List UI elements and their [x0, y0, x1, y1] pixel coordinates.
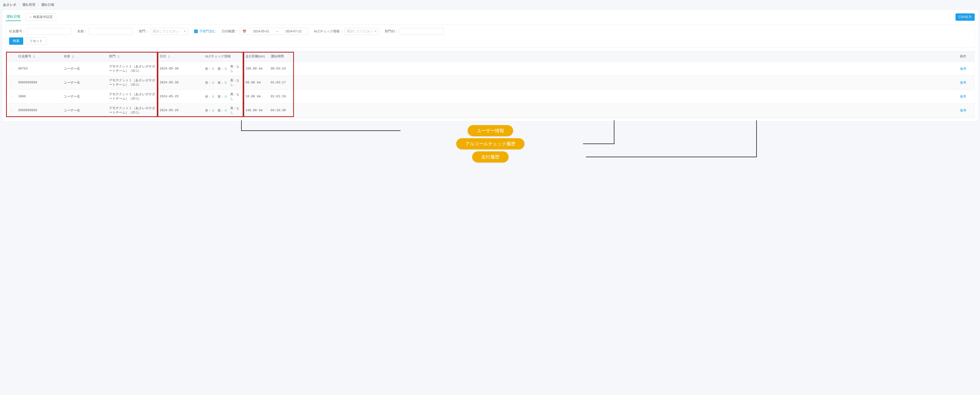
- alc-placeholder: 選択してください: [347, 29, 373, 34]
- connector-line: [241, 120, 400, 131]
- cell-dept: デモテナント１（あさレポサポートチーム）（ID:1）: [107, 62, 158, 76]
- alc-arr-label: 着：: [218, 109, 224, 113]
- cell-emp: 9999999999: [16, 76, 62, 90]
- dept-select[interactable]: 選択してください: [150, 28, 188, 35]
- date-end: 2024-07-22: [282, 30, 305, 33]
- cell-alc: 発：着：異：なし: [203, 90, 243, 104]
- date-start: 2024-05-01: [250, 30, 273, 33]
- alc-abn-label: 異：なし: [230, 78, 242, 87]
- cell-date: 2024-05-30: [158, 76, 203, 90]
- cell-emp: 98763: [16, 62, 62, 76]
- expand-row-icon[interactable]: ›: [11, 81, 12, 85]
- breadcrumb-section[interactable]: 運転管理: [22, 3, 35, 6]
- minus-icon: —: [29, 15, 32, 19]
- col-emp-label: 社員番号: [18, 54, 31, 58]
- alc-arr-label: 着：: [218, 67, 224, 71]
- remarks-link[interactable]: 備考: [960, 109, 966, 112]
- alc-select[interactable]: 選択してください: [344, 28, 379, 35]
- search-settings-button[interactable]: — 検索条件設定: [25, 13, 56, 21]
- sort-icon[interactable]: [72, 55, 74, 58]
- sub-dept-label[interactable]: 子部門含む: [199, 29, 216, 34]
- col-dept[interactable]: 部門: [107, 51, 158, 62]
- cell-name: ユーザー名: [62, 90, 107, 104]
- cell-dist: 106.00 km: [243, 62, 269, 76]
- cell-dept: デモテナント１（あさレポサポートチーム）（ID:1）: [107, 104, 158, 118]
- alc-dep-label: 発：: [205, 94, 211, 99]
- cell-alc: 発：着：異：なし: [203, 76, 243, 90]
- status-ok-icon: [212, 68, 214, 70]
- col-name-label: 名前: [64, 54, 70, 58]
- status-ok-icon: [225, 82, 227, 84]
- status-ok-icon: [212, 109, 214, 112]
- search-button[interactable]: 検索: [9, 37, 23, 45]
- breadcrumb: あさレポ › 運転管理 › 運転日報: [2, 2, 978, 10]
- date-range-picker[interactable]: 📅 2024-05-01 — 2024-07-22: [240, 28, 308, 35]
- col-time: 運転時間: [269, 51, 294, 62]
- col-dept-label: 部門: [109, 54, 116, 58]
- main-panel: 運転日報 — 検索条件設定 CSV出力 社員番号： 名前： 部門：: [2, 10, 978, 122]
- col-emp[interactable]: 社員番号: [16, 51, 62, 62]
- label-dept-id: 部門ID：: [385, 29, 398, 34]
- alc-abn-label: 異：なし: [230, 106, 242, 115]
- connector-line: [586, 120, 757, 157]
- remarks-link[interactable]: 備考: [960, 81, 966, 85]
- alc-dep-label: 発：: [205, 81, 211, 85]
- label-date-range: 日付範囲：: [222, 29, 238, 34]
- chevron-right-icon: ›: [36, 3, 40, 6]
- cell-name: ユーザー名: [62, 62, 107, 76]
- annotation-user-info: ユーザー情報: [468, 125, 513, 136]
- table-row: ›98763ユーザー名デモテナント１（あさレポサポートチーム）（ID:1）202…: [6, 62, 974, 76]
- sort-icon[interactable]: [118, 55, 119, 58]
- col-op: 操作: [952, 51, 974, 62]
- cell-dept: デモテナント１（あさレポサポートチーム）（ID:1）: [107, 90, 158, 104]
- expand-row-icon[interactable]: ›: [11, 109, 12, 112]
- date-dash: —: [276, 30, 279, 33]
- cell-time: 01:01:10: [269, 90, 294, 104]
- sort-icon[interactable]: [33, 55, 35, 58]
- status-ok-icon: [225, 109, 227, 112]
- emp-no-input[interactable]: [27, 28, 71, 35]
- annotation-travel-history: 走行履歴: [472, 151, 509, 163]
- breadcrumb-root[interactable]: あさレポ: [3, 3, 16, 6]
- expand-row-icon[interactable]: ›: [11, 67, 12, 70]
- status-ok-icon: [212, 82, 214, 84]
- col-name[interactable]: 名前: [62, 51, 107, 62]
- col-dist: 走行距離(km): [243, 51, 269, 62]
- label-dept: 部門：: [139, 29, 149, 34]
- chevron-right-icon: ›: [17, 3, 21, 6]
- status-ok-icon: [212, 96, 214, 98]
- cell-emp: 9999999999: [16, 104, 62, 118]
- alc-abn-label: 異：なし: [230, 64, 242, 73]
- expand-row-icon[interactable]: ›: [11, 95, 12, 98]
- alc-abn-label: 異：なし: [230, 92, 242, 101]
- sub-dept-checkbox[interactable]: ✓: [194, 30, 198, 33]
- label-emp-no: 社員番号：: [9, 29, 25, 34]
- name-input[interactable]: [89, 28, 133, 35]
- alc-dep-label: 発：: [205, 67, 211, 71]
- remarks-link[interactable]: 備考: [960, 67, 966, 70]
- label-alc: ALCチェック情報：: [314, 29, 343, 34]
- breadcrumb-page: 運転日報: [41, 3, 54, 6]
- tab-driving-report[interactable]: 運転日報: [6, 13, 21, 21]
- cell-name: ユーザー名: [62, 76, 107, 90]
- remarks-link[interactable]: 備考: [960, 95, 966, 98]
- cell-emp: 3000: [16, 90, 62, 104]
- sort-icon[interactable]: [168, 55, 170, 58]
- dept-id-input[interactable]: [399, 28, 444, 35]
- results-table: 社員番号 名前 部門: [6, 51, 975, 118]
- col-date[interactable]: 日付: [158, 51, 203, 62]
- cell-date: 2024-05-29: [158, 104, 203, 118]
- label-name: 名前：: [77, 29, 87, 34]
- reset-button[interactable]: リセット: [26, 37, 46, 45]
- csv-export-button[interactable]: CSV出力: [956, 13, 975, 21]
- dept-placeholder: 選択してください: [153, 29, 179, 34]
- alc-dep-label: 発：: [205, 109, 211, 113]
- status-ok-icon: [225, 96, 227, 98]
- table-row: ›9999999999ユーザー名デモテナント１（あさレポサポートチーム）（ID:…: [6, 104, 974, 118]
- calendar-icon: 📅: [242, 30, 247, 34]
- cell-name: ユーザー名: [62, 104, 107, 118]
- annotation-alc-history: アルコールチェック履歴: [456, 138, 525, 149]
- cell-time: 04:18:38: [269, 104, 294, 118]
- cell-time: 01:03:17: [269, 76, 294, 90]
- search-settings-label: 検索条件設定: [33, 15, 53, 19]
